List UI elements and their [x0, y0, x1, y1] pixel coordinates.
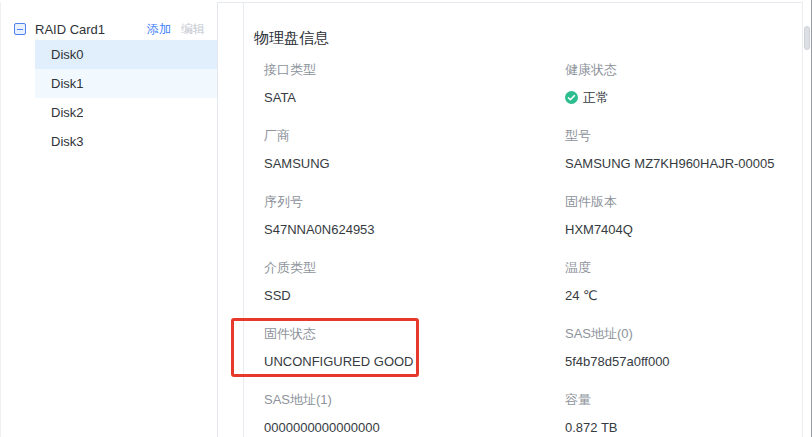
field-label: 容量 — [565, 392, 803, 407]
field-serial-number: 序列号 S47NNA0N624953 — [264, 194, 565, 260]
field-value: SAMSUNG MZ7KH960HAJR-00005 — [565, 156, 803, 171]
field-value: 0.872 TB — [565, 420, 803, 435]
field-capacity: 容量 0.872 TB — [565, 392, 803, 437]
field-label: 健康状态 — [565, 62, 803, 77]
field-value: SAMSUNG — [264, 156, 565, 171]
field-value: UNCONFIGURED GOOD — [264, 354, 565, 369]
field-label: 序列号 — [264, 194, 565, 209]
field-label: 固件状态 — [264, 326, 565, 341]
sidebar-item-disk3[interactable]: Disk3 — [35, 127, 217, 156]
sidebar-item-raid-card1[interactable]: RAID Card1 添加 编辑 — [1, 18, 217, 40]
field-label: 温度 — [565, 260, 803, 275]
field-value: 正常 — [565, 90, 803, 105]
edit-link[interactable]: 编辑 — [181, 21, 205, 38]
field-interface-type: 接口类型 SATA — [264, 62, 565, 128]
check-circle-icon — [565, 91, 578, 104]
tree-actions: 添加 编辑 — [147, 21, 205, 38]
field-label: 接口类型 — [264, 62, 565, 77]
field-firmware-version: 固件版本 HXM7404Q — [565, 194, 803, 260]
field-firmware-state: 固件状态 UNCONFIGURED GOOD — [264, 326, 565, 392]
field-value: SSD — [264, 288, 565, 303]
field-model: 型号 SAMSUNG MZ7KH960HAJR-00005 — [565, 128, 803, 194]
field-temperature: 温度 24 ℃ — [565, 260, 803, 326]
health-status-text: 正常 — [583, 90, 609, 105]
field-health-status: 健康状态 正常 — [565, 62, 803, 128]
page-title: 物理盘信息 — [254, 28, 803, 48]
sidebar-item-disk1[interactable]: Disk1 — [35, 69, 217, 98]
field-label: 介质类型 — [264, 260, 565, 275]
field-label: 型号 — [565, 128, 803, 143]
field-media-type: 介质类型 SSD — [264, 260, 565, 326]
collapse-minus-icon[interactable] — [14, 23, 26, 35]
field-label: SAS地址(1) — [264, 392, 565, 407]
raid-card-label: RAID Card1 — [35, 22, 105, 37]
field-label: 固件版本 — [565, 194, 803, 209]
field-value: 24 ℃ — [565, 288, 803, 303]
field-value: 5f4b78d57a0ff000 — [565, 354, 803, 369]
field-grid: 接口类型 SATA 健康状态 正常 厂商 SAMSUNG 型号 SAMSUNG … — [264, 62, 803, 437]
scrollbar-thumb[interactable] — [804, 26, 810, 50]
field-value: S47NNA0N624953 — [264, 222, 565, 237]
field-label: SAS地址(0) — [565, 326, 803, 341]
disk-list: Disk0 Disk1 Disk2 Disk3 — [1, 40, 217, 156]
field-sas-address-1: SAS地址(1) 0000000000000000 — [264, 392, 565, 437]
field-sas-address-0: SAS地址(0) 5f4b78d57a0ff000 — [565, 326, 803, 392]
field-value: HXM7404Q — [565, 222, 803, 237]
field-vendor: 厂商 SAMSUNG — [264, 128, 565, 194]
field-value: 0000000000000000 — [264, 420, 565, 435]
sidebar-item-disk2[interactable]: Disk2 — [35, 98, 217, 127]
field-value: SATA — [264, 90, 565, 105]
add-link[interactable]: 添加 — [147, 21, 171, 38]
physical-disk-info-panel: 物理盘信息 接口类型 SATA 健康状态 正常 厂商 SAMSUNG 型号 SA… — [243, 2, 803, 437]
scrollbar-track — [802, 2, 811, 437]
sidebar-item-disk0[interactable]: Disk0 — [35, 40, 217, 69]
disk-tree-sidebar: RAID Card1 添加 编辑 Disk0 Disk1 Disk2 Disk3 — [0, 2, 218, 437]
field-label: 厂商 — [264, 128, 565, 143]
